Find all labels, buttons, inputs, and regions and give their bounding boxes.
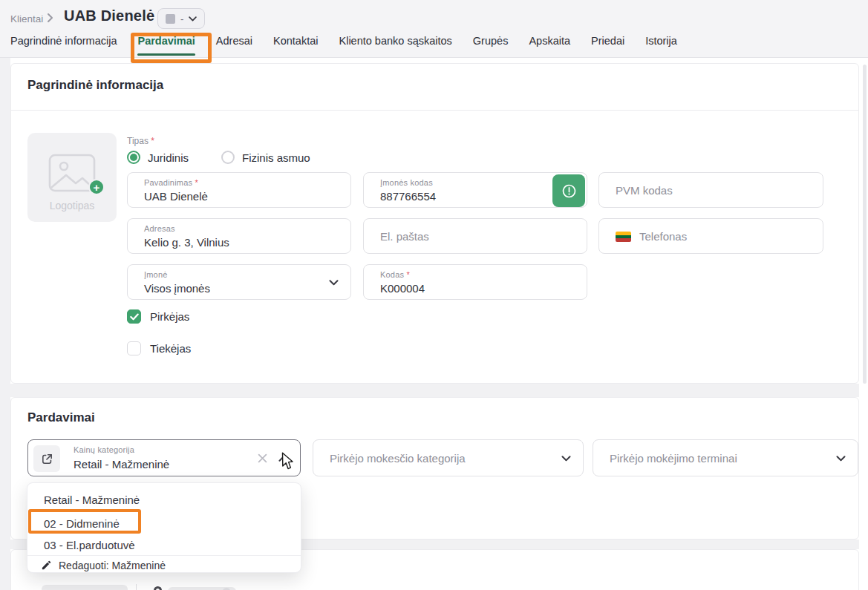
radio-juridinis-label: Juridinis: [148, 151, 189, 164]
tax-category-placeholder: Pirkėjo mokesčio kategorija: [330, 440, 466, 476]
kainu-kategorija-value: Retail - Mažmeninė: [74, 458, 169, 471]
tab-priedai[interactable]: Priedai: [591, 35, 624, 56]
radio-fizinis-label: Fizinis asmuo: [242, 151, 310, 164]
chevron-up-icon[interactable]: [278, 451, 288, 465]
kodas-field[interactable]: Kodas * K000004: [363, 264, 587, 300]
payment-terms-placeholder: Pirkėjo mokėjimo terminai: [610, 440, 737, 476]
external-link-icon: [41, 453, 53, 465]
tab-kliento-banko-saskaitos[interactable]: Kliento banko sąskaitos: [339, 35, 452, 56]
pavadinimas-label: Pavadinimas *: [144, 178, 198, 187]
checkbox-tiekejas[interactable]: Tiekėjas: [127, 341, 191, 355]
general-info-card: Pagrindinė informacija + Logotipas Tipas…: [10, 63, 859, 384]
alert-circle-icon: [561, 183, 577, 199]
chevron-down-icon: [836, 451, 846, 465]
imone-label: Įmonė: [144, 270, 168, 279]
pavadinimas-field[interactable]: Pavadinimas * UAB Dienelė: [127, 172, 351, 208]
tab-pardavimai-label: Pardavimai: [137, 35, 195, 47]
breadcrumb-klientai-link[interactable]: Klientai: [10, 13, 43, 24]
dropdown-divider: [27, 555, 301, 556]
telefonas-placeholder: Telefonas: [639, 219, 687, 253]
radio-fizinis-asmuo[interactable]: Fizinis asmuo: [221, 151, 310, 164]
price-category-dropdown-menu: Retail - Mažmeninė 02 - Didmeninė 03 - E…: [27, 482, 301, 573]
checkbox-pirkejas[interactable]: Pirkėjas: [127, 309, 189, 324]
pavadinimas-value: UAB Dienelė: [144, 190, 208, 203]
open-price-category-button[interactable]: [33, 445, 60, 472]
cutoff-divider: [136, 584, 137, 590]
kainu-kategorija-combobox[interactable]: Kainų kategorija Retail - Mažmeninė: [27, 439, 301, 476]
tiekejas-label: Tiekėjas: [150, 342, 191, 355]
tab-pardavimai[interactable]: Pardavimai: [137, 35, 195, 56]
el-pastas-placeholder: El. paštas: [380, 219, 429, 253]
general-info-title: Pagrindinė informacija: [27, 78, 163, 93]
pvm-kodas-field[interactable]: PVM kodas: [598, 172, 823, 208]
telefonas-field[interactable]: Telefonas: [598, 218, 823, 254]
chevron-down-icon: [189, 16, 197, 22]
adresas-value: Kelio g. 3, Vilnius: [144, 236, 229, 249]
active-tab-underline: [137, 53, 195, 56]
pirkejo-mokejimo-terminai-select[interactable]: Pirkėjo mokėjimo terminai: [593, 439, 858, 476]
client-status-dropdown-button[interactable]: -: [157, 8, 205, 29]
check-icon: [130, 313, 139, 321]
radio-unselected-icon[interactable]: [221, 151, 235, 164]
type-label: Tipas *: [127, 136, 154, 146]
kodas-label: Kodas *: [380, 270, 410, 279]
page-header: Klientai UAB Dienelė - Pagrindinė inform…: [0, 0, 868, 58]
logo-label: Logotipas: [27, 200, 117, 212]
adresas-label: Adresas: [144, 224, 175, 233]
tab-istorija[interactable]: Istorija: [645, 35, 677, 56]
chevron-down-icon: [329, 275, 339, 289]
status-dash: -: [180, 13, 183, 24]
dropdown-option-retail-mazmenine[interactable]: Retail - Mažmeninė: [27, 486, 301, 513]
vertical-scrollbar[interactable]: [863, 65, 867, 384]
left-gutter: [0, 58, 10, 590]
adresas-field[interactable]: Adresas Kelio g. 3, Vilnius: [127, 218, 351, 254]
company-lookup-button[interactable]: [552, 174, 585, 207]
pirkejo-mokescio-kategorija-select[interactable]: Pirkėjo mokesčio kategorija: [313, 439, 584, 476]
dropdown-edit-label: Redaguoti: Mažmeninė: [59, 560, 166, 571]
kainu-kategorija-label: Kainų kategorija: [74, 445, 134, 454]
radio-juridinis[interactable]: Juridinis: [127, 151, 189, 164]
logo-upload[interactable]: + Logotipas: [27, 133, 117, 222]
tab-grupes[interactable]: Grupės: [473, 35, 509, 56]
type-label-text: Tipas: [127, 136, 149, 146]
status-color-swatch-icon: [166, 14, 175, 24]
clear-selection-icon[interactable]: [258, 453, 267, 466]
tab-kontaktai[interactable]: Kontaktai: [273, 35, 318, 56]
radio-selected-icon[interactable]: [127, 151, 140, 164]
client-detail-page: Klientai UAB Dienelė - Pagrindinė inform…: [0, 0, 868, 590]
tab-bar: Pagrindinė informacija Pardavimai Adresa…: [10, 35, 677, 57]
kodas-value: K000004: [380, 282, 425, 295]
checkbox-unchecked-icon[interactable]: [127, 341, 141, 355]
breadcrumb-chevron-icon: [47, 13, 53, 26]
checkbox-checked-icon[interactable]: [127, 309, 141, 324]
section-gap: [10, 384, 859, 397]
pencil-icon: [41, 560, 52, 571]
tab-pagrindine-informacija[interactable]: Pagrindinė informacija: [10, 35, 117, 56]
imone-value: Visos įmonės: [144, 282, 210, 295]
el-pastas-field[interactable]: El. paštas: [363, 218, 587, 254]
card-divider: [11, 110, 858, 111]
required-asterisk: *: [151, 136, 154, 146]
cutoff-icon: [154, 586, 162, 590]
cutoff-control-stub: [42, 585, 128, 590]
pirkejas-label: Pirkėjas: [150, 310, 189, 323]
add-logo-plus-icon[interactable]: +: [88, 179, 105, 195]
dropdown-edit-option[interactable]: Redaguoti: Mažmeninė: [27, 557, 301, 573]
lithuania-flag-icon[interactable]: [616, 232, 631, 242]
pvm-kodas-placeholder: PVM kodas: [616, 173, 673, 207]
tab-apskaita[interactable]: Apskaita: [529, 35, 570, 56]
page-title: UAB Dienelė: [64, 7, 154, 24]
tab-adresai[interactable]: Adresai: [216, 35, 252, 56]
imones-kodas-label: Įmonės kodas: [380, 178, 433, 187]
imones-kodas-value: 887766554: [380, 190, 436, 203]
sales-title: Pardavimai: [27, 410, 95, 425]
chevron-down-icon: [561, 451, 571, 465]
dropdown-option-03-el-parduotuve[interactable]: 03 - El.parduotuvė: [27, 534, 301, 556]
imones-kodas-field[interactable]: Įmonės kodas 887766554: [363, 172, 587, 208]
dropdown-option-02-didmenine[interactable]: 02 - Didmeninė: [27, 513, 301, 534]
imone-select[interactable]: Įmonė Visos įmonės: [127, 264, 351, 300]
